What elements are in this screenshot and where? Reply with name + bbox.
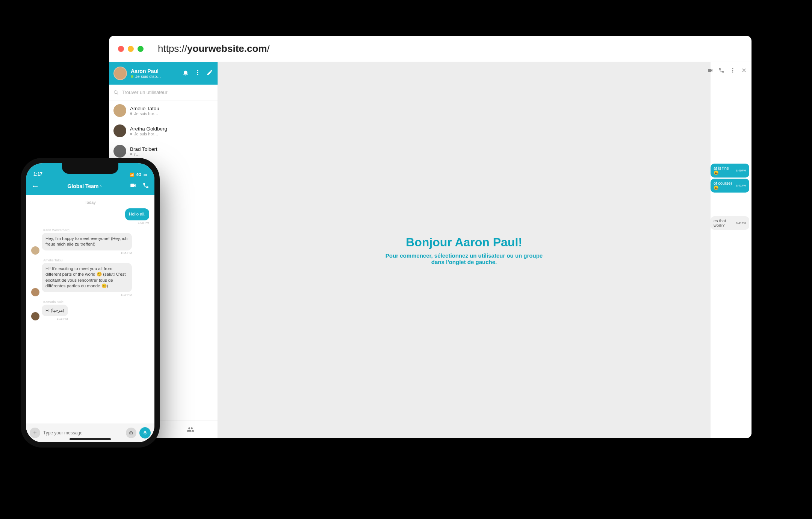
main-panel: Bonjour Aaron Paul! Pour commencer, séle… xyxy=(218,62,710,438)
sender-avatar xyxy=(31,288,39,296)
sender-name: Kamaria Sule xyxy=(43,300,68,304)
svg-point-1 xyxy=(197,72,198,73)
more-icon[interactable] xyxy=(730,67,736,75)
message-bubble: es that work?8:41PM xyxy=(711,216,749,230)
close-icon[interactable] xyxy=(741,67,747,75)
chevron-right-icon: › xyxy=(100,184,101,189)
message-input[interactable] xyxy=(43,430,123,436)
welcome-subtitle: Pour commencer, sélectionnez un utilisat… xyxy=(385,252,543,265)
more-icon[interactable] xyxy=(194,69,201,77)
message-row: Kamaria Sule Hi (مرحبا) 1:16 PM xyxy=(31,300,149,321)
message-bubble: at is fine 😀8:40PM xyxy=(711,164,749,178)
message-time: 1:16 PM xyxy=(42,317,68,320)
contact-avatar xyxy=(113,145,126,158)
svg-point-2 xyxy=(197,74,198,75)
message-bubble: of course) 😀8:41PM xyxy=(711,179,749,193)
minimize-window-button[interactable] xyxy=(128,46,134,52)
browser-titlebar: https://yourwebsite.com/ xyxy=(109,36,752,62)
browser-window: https://yourwebsite.com/ Aaron Paul Je s… xyxy=(109,36,752,438)
message-bubble: Hello all. xyxy=(125,208,149,220)
video-call-icon[interactable] xyxy=(707,67,713,75)
message-row: Hello all. 1:08 PM xyxy=(31,208,149,225)
network-label: 4G xyxy=(136,173,141,177)
close-window-button[interactable] xyxy=(118,46,124,52)
compose-icon[interactable] xyxy=(206,69,213,77)
url-host: yourwebsite.com xyxy=(187,43,267,54)
chat-header: ← Global Team› xyxy=(26,178,154,195)
message-bubble: Hey, I'm happy to meet everyone! (Hey, i… xyxy=(42,233,132,250)
welcome-message: Bonjour Aaron Paul! Pour commencer, séle… xyxy=(385,235,543,265)
contact-item[interactable]: Amélie TatouJe suis hor… xyxy=(109,100,218,121)
search-row xyxy=(109,85,218,100)
status-time: 1:17 xyxy=(33,171,42,177)
svg-point-5 xyxy=(732,71,733,73)
svg-point-3 xyxy=(732,68,733,69)
signal-icon: 📶 xyxy=(130,173,134,177)
message-bubble: Hi (مرحبا) xyxy=(42,305,68,317)
home-indicator xyxy=(70,438,111,440)
contact-avatar xyxy=(113,124,126,137)
url-suffix: / xyxy=(267,43,269,54)
my-status: Je suis disp… xyxy=(131,74,178,79)
my-name: Aaron Paul xyxy=(131,68,178,74)
url-prefix: https:// xyxy=(158,43,187,54)
day-separator: Today xyxy=(31,200,149,205)
welcome-title: Bonjour Aaron Paul! xyxy=(385,235,543,249)
my-avatar[interactable] xyxy=(113,67,127,80)
window-controls xyxy=(118,46,144,52)
message-row: Amélie Tatou Hi! It's exciting to meet y… xyxy=(31,258,149,296)
message-row: Karin Westerberg Hey, I'm happy to meet … xyxy=(31,228,149,255)
audio-call-icon[interactable] xyxy=(142,182,149,190)
status-dot-icon xyxy=(131,75,133,78)
message-time: 1:08 PM xyxy=(125,221,149,225)
svg-point-4 xyxy=(732,70,733,71)
secondary-chat-sliver: at is fine 😀8:40PM of course) 😀8:41PM es… xyxy=(710,62,752,438)
chat-title[interactable]: Global Team› xyxy=(43,183,126,189)
sender-avatar xyxy=(31,312,39,320)
tab-groups[interactable] xyxy=(183,426,198,433)
search-input[interactable] xyxy=(122,90,213,95)
audio-call-icon[interactable] xyxy=(718,67,724,75)
sender-avatar xyxy=(31,246,39,255)
sidebar-header: Aaron Paul Je suis disp… xyxy=(109,62,218,85)
contact-item[interactable]: Aretha GoldbergJe suis hor… xyxy=(109,121,218,141)
message-bubble: Hi! It's exciting to meet you all from d… xyxy=(42,263,132,292)
sender-name: Karin Westerberg xyxy=(43,228,132,232)
maximize-window-button[interactable] xyxy=(138,46,144,52)
notifications-icon[interactable] xyxy=(182,69,189,77)
address-bar[interactable]: https://yourwebsite.com/ xyxy=(158,43,270,55)
attach-button[interactable] xyxy=(30,428,40,438)
message-time: 1:15 PM xyxy=(42,251,132,255)
sender-name: Amélie Tatou xyxy=(43,258,132,262)
back-button[interactable]: ← xyxy=(31,181,39,191)
camera-button[interactable] xyxy=(126,428,136,438)
phone-device: 1:17 📶4G▭ ← Global Team› Today Hello all… xyxy=(21,158,160,448)
message-time: 1:15 PM xyxy=(42,293,132,296)
mic-button[interactable] xyxy=(139,427,151,439)
phone-notch xyxy=(62,163,118,174)
svg-point-0 xyxy=(197,70,198,71)
chat-body: Today Hello all. 1:08 PM Karin Westerber… xyxy=(26,195,154,423)
contact-avatar xyxy=(113,104,126,117)
video-call-icon[interactable] xyxy=(130,182,136,190)
battery-icon: ▭ xyxy=(144,173,147,177)
search-icon xyxy=(113,90,119,95)
